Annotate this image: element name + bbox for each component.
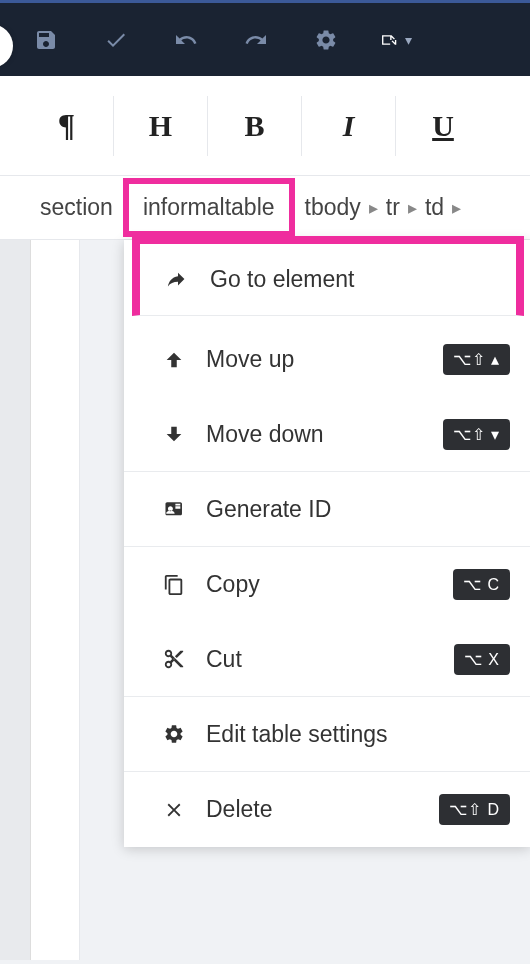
breadcrumb-tr[interactable]: tr bbox=[376, 194, 410, 221]
share-icon bbox=[158, 269, 198, 291]
arrow-down-icon bbox=[154, 423, 194, 445]
shortcut-badge: ⌥⇧ ▴ bbox=[443, 344, 510, 375]
menu-label: Delete bbox=[206, 796, 439, 823]
menu-move-down[interactable]: Move down ⌥⇧ ▾ bbox=[124, 397, 530, 472]
copy-icon bbox=[154, 574, 194, 596]
save-icon[interactable] bbox=[30, 24, 62, 56]
doc-margin bbox=[30, 240, 80, 960]
heading-button[interactable]: H bbox=[114, 96, 208, 156]
shortcut-badge: ⌥ X bbox=[454, 644, 510, 675]
menu-label: Go to element bbox=[210, 266, 516, 293]
fullscreen-icon[interactable]: ▾ bbox=[380, 24, 412, 56]
menu-label: Move up bbox=[206, 346, 443, 373]
top-toolbar: ▾ bbox=[0, 0, 530, 76]
context-menu: Go to element Move up ⌥⇧ ▴ Move down ⌥⇧ … bbox=[124, 240, 530, 847]
breadcrumb-td[interactable]: td bbox=[415, 194, 454, 221]
menu-cut[interactable]: Cut ⌥ X bbox=[124, 622, 530, 697]
breadcrumb-informaltable[interactable]: informaltable bbox=[123, 178, 295, 237]
shortcut-badge: ⌥⇧ D bbox=[439, 794, 510, 825]
menu-move-up[interactable]: Move up ⌥⇧ ▴ bbox=[124, 322, 530, 397]
menu-label: Edit table settings bbox=[206, 721, 530, 748]
breadcrumb-section[interactable]: section bbox=[30, 194, 123, 221]
content-area: Go to element Move up ⌥⇧ ▴ Move down ⌥⇧ … bbox=[0, 240, 530, 960]
format-toolbar: ¶ H B I U bbox=[0, 76, 530, 176]
arrow-up-icon bbox=[154, 349, 194, 371]
menu-label: Move down bbox=[206, 421, 443, 448]
underline-button[interactable]: U bbox=[396, 96, 490, 156]
menu-go-to-element[interactable]: Go to element bbox=[132, 236, 524, 316]
close-icon bbox=[154, 799, 194, 821]
chevron-right-icon: ▸ bbox=[452, 197, 461, 219]
menu-copy[interactable]: Copy ⌥ C bbox=[124, 547, 530, 622]
shortcut-badge: ⌥ C bbox=[453, 569, 510, 600]
redo-icon[interactable] bbox=[240, 24, 272, 56]
gutter bbox=[0, 240, 30, 960]
cut-icon bbox=[154, 648, 194, 670]
menu-generate-id[interactable]: Generate ID bbox=[124, 472, 530, 547]
breadcrumb-tbody[interactable]: tbody bbox=[295, 194, 371, 221]
shortcut-badge: ⌥⇧ ▾ bbox=[443, 419, 510, 450]
italic-button[interactable]: I bbox=[302, 96, 396, 156]
gear-icon[interactable] bbox=[310, 24, 342, 56]
undo-icon[interactable] bbox=[170, 24, 202, 56]
check-icon[interactable] bbox=[100, 24, 132, 56]
id-card-icon bbox=[154, 498, 194, 520]
bold-button[interactable]: B bbox=[208, 96, 302, 156]
pilcrow-button[interactable]: ¶ bbox=[20, 96, 114, 156]
menu-label: Generate ID bbox=[206, 496, 530, 523]
menu-label: Copy bbox=[206, 571, 453, 598]
menu-delete[interactable]: Delete ⌥⇧ D bbox=[124, 772, 530, 847]
breadcrumb: section informaltable tbody ▸ tr ▸ td ▸ bbox=[0, 176, 530, 240]
menu-edit-table-settings[interactable]: Edit table settings bbox=[124, 697, 530, 772]
gear-icon bbox=[154, 723, 194, 745]
menu-label: Cut bbox=[206, 646, 454, 673]
